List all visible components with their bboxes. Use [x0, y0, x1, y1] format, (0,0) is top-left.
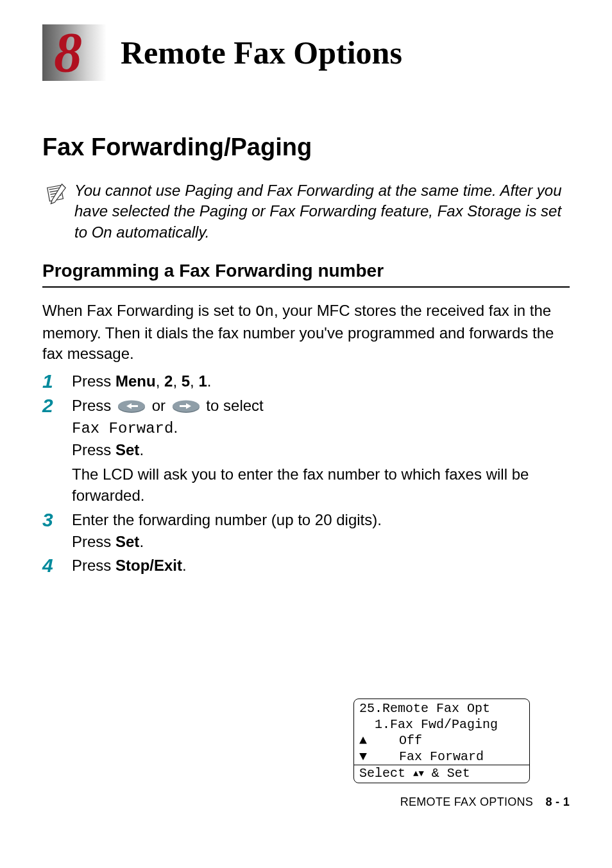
note-block: You cannot use Paging and Fax Forwarding… — [44, 180, 570, 243]
step-content: Press or to select Fax Forward. Press Se… — [72, 395, 316, 461]
step-number: 2 — [42, 395, 72, 416]
step-content: Press Stop/Exit. — [72, 555, 570, 577]
dot: . — [207, 372, 212, 390]
key-1: 1 — [198, 372, 207, 390]
page-number: 8 - 1 — [545, 795, 570, 808]
sep: , — [190, 372, 198, 390]
step-2-note: The LCD will ask you to enter the fax nu… — [42, 464, 570, 507]
dot: . — [139, 441, 144, 458]
text: Enter the forwarding number (up to 20 di… — [72, 511, 382, 528]
triangle-down-icon: ▼ — [359, 749, 368, 765]
lcd-footer-set: & Set — [424, 765, 470, 781]
key-2: 2 — [164, 372, 173, 390]
step-content: Enter the forwarding number (up to 20 di… — [72, 509, 570, 552]
text: to select — [202, 397, 264, 414]
fax-forward-mono: Fax Forward — [72, 420, 173, 437]
lcd-line-3: ▲ Off — [359, 733, 524, 749]
text: Press — [72, 533, 115, 550]
footer-label: REMOTE FAX OPTIONS — [400, 795, 533, 808]
nav-left-icon — [117, 400, 146, 414]
lcd-line-4-text: Fax Forward — [368, 749, 484, 765]
dot: . — [173, 419, 178, 436]
section-title: Fax Forwarding/Paging — [42, 134, 570, 161]
step-content: Press Menu, 2, 5, 1. — [72, 370, 570, 392]
lcd-line-1: 25.Remote Fax Opt — [359, 700, 524, 716]
text: Press — [72, 557, 115, 574]
nav-right-icon — [172, 400, 200, 414]
note-icon — [44, 182, 68, 206]
lcd-line-3-text: Off — [368, 733, 422, 749]
text: or — [148, 397, 170, 414]
intro-text: When Fax Forwarding is set to On, your M… — [42, 300, 570, 364]
dot: . — [182, 557, 187, 574]
step-number: 3 — [42, 509, 72, 530]
menu-key: Menu — [115, 372, 156, 390]
text: Press — [72, 441, 115, 458]
intro-mono: On — [255, 303, 274, 320]
page-footer: REMOTE FAX OPTIONS 8 - 1 — [400, 795, 570, 809]
lcd-footer: Select ▲▼ & Set — [354, 765, 529, 781]
chapter-number: 8 — [54, 24, 82, 81]
intro-part1: When Fax Forwarding is set to — [42, 302, 255, 319]
note-text: You cannot use Paging and Fax Forwarding… — [74, 180, 570, 243]
sep: , — [156, 372, 164, 390]
set-key: Set — [115, 533, 139, 550]
chapter-header: 8 Remote Fax Options — [42, 24, 570, 81]
dot: . — [139, 533, 144, 550]
chapter-badge: 8 — [42, 24, 106, 81]
subsection-title: Programming a Fax Forwarding number — [42, 261, 570, 288]
step-1: 1 Press Menu, 2, 5, 1. — [42, 370, 570, 392]
triangle-up-icon: ▲ — [413, 769, 418, 778]
sep: , — [173, 372, 181, 390]
set-key: Set — [115, 441, 139, 458]
lcd-footer-select: Select — [359, 765, 413, 781]
lcd-display: 25.Remote Fax Opt 1.Fax Fwd/Paging ▲ Off… — [353, 699, 530, 783]
key-5: 5 — [182, 372, 190, 390]
step-content: The LCD will ask you to enter the fax nu… — [72, 464, 570, 507]
text: Press — [72, 372, 115, 390]
lcd-line-4: ▼ Fax Forward — [359, 749, 524, 765]
step-2: 2 Press or to select Fax Forward. Press … — [42, 395, 570, 461]
step-3: 3 Enter the forwarding number (up to 20 … — [42, 509, 570, 552]
step-number: 4 — [42, 555, 72, 576]
text: Press — [72, 397, 115, 414]
step-4: 4 Press Stop/Exit. — [42, 555, 570, 577]
chapter-title: Remote Fax Options — [121, 34, 402, 71]
steps-list: 1 Press Menu, 2, 5, 1. 2 Press or to sel… — [42, 370, 570, 576]
triangle-down-icon: ▼ — [418, 769, 423, 778]
stop-exit-key: Stop/Exit — [115, 557, 182, 574]
lcd-note-text: The LCD will ask you to enter the fax nu… — [72, 465, 529, 505]
lcd-line-2: 1.Fax Fwd/Paging — [359, 716, 524, 733]
step-number: 1 — [42, 370, 72, 392]
triangle-up-icon: ▲ — [359, 733, 368, 749]
